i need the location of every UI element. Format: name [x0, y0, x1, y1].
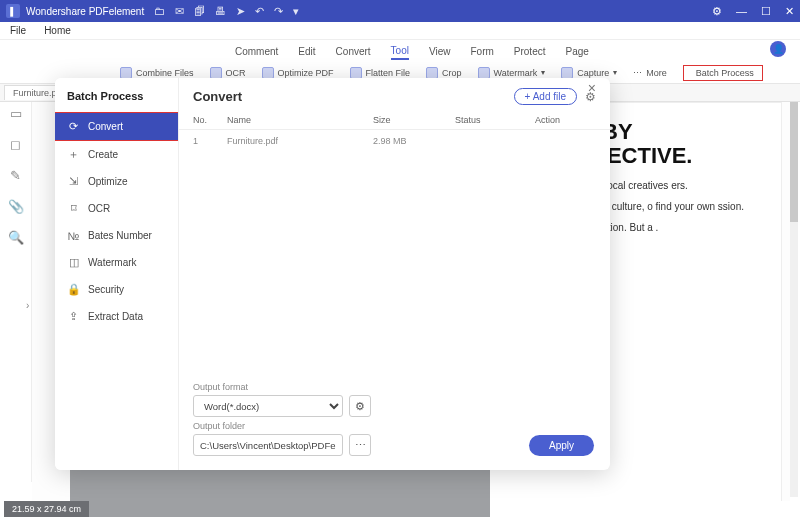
create-icon: ＋: [67, 148, 80, 161]
bates-number-icon: №: [67, 229, 80, 242]
mail-icon[interactable]: 🗐: [194, 5, 205, 18]
extract-data-icon: ⇪: [67, 310, 80, 323]
flatten-icon: [350, 67, 362, 79]
col-name: Name: [227, 115, 373, 125]
tab-edit[interactable]: Edit: [298, 44, 315, 59]
chevron-down-icon: ▾: [541, 68, 545, 77]
undo-icon[interactable]: ↶: [255, 5, 264, 18]
col-action: Action: [535, 115, 595, 125]
quick-access-toolbar: 🗀 ✉ 🗐 🖶 ➤ ↶ ↷ ▾: [154, 5, 299, 18]
user-avatar-icon[interactable]: 👤: [770, 41, 786, 57]
sidebar-item-ocr[interactable]: ⌑OCR: [55, 195, 178, 222]
col-no: No.: [193, 115, 227, 125]
ocr-icon: [210, 67, 222, 79]
attachments-icon[interactable]: 📎: [8, 199, 24, 214]
col-size: Size: [373, 115, 455, 125]
menu-file[interactable]: File: [10, 25, 26, 36]
table-row[interactable]: 1Furniture.pdf2.98 MB: [179, 130, 610, 152]
ocr-icon: ⌑: [67, 202, 80, 215]
menubar: File Home: [0, 22, 800, 40]
dialog-panel-title: Convert: [193, 89, 242, 104]
tool-watermark[interactable]: Watermark▾: [478, 67, 546, 79]
expand-sidebar-icon[interactable]: ›: [26, 300, 29, 311]
tool-crop[interactable]: Crop: [426, 67, 462, 79]
redo-icon[interactable]: ↷: [274, 5, 283, 18]
print-icon[interactable]: 🖶: [215, 5, 226, 18]
close-button[interactable]: ✕: [785, 5, 794, 18]
qat-dropdown-icon[interactable]: ▾: [293, 5, 299, 18]
search-icon[interactable]: 🔍: [8, 230, 24, 245]
scrollbar-thumb[interactable]: [790, 102, 798, 222]
menu-home[interactable]: Home: [44, 25, 71, 36]
vertical-scrollbar[interactable]: [790, 102, 798, 497]
tool-more[interactable]: ⋯More: [633, 68, 667, 78]
sidebar-item-extract-data[interactable]: ⇪Extract Data: [55, 303, 178, 330]
dialog-sidebar: Batch Process ⟳Convert＋Create⇲Optimize⌑O…: [55, 78, 179, 470]
dialog-title: Batch Process: [55, 86, 178, 112]
sidebar-item-bates-number[interactable]: №Bates Number: [55, 222, 178, 249]
tool-capture[interactable]: Capture▾: [561, 67, 617, 79]
annotations-icon[interactable]: ✎: [10, 168, 21, 183]
tab-convert[interactable]: Convert: [336, 44, 371, 59]
settings-icon[interactable]: ⚙: [712, 5, 722, 18]
document-body-text: D BYLLECTIVE. meet local creatives ers. …: [580, 120, 795, 264]
sidebar-item-label: Create: [88, 149, 118, 160]
sidebar-item-label: Convert: [88, 121, 123, 132]
maximize-button[interactable]: ☐: [761, 5, 771, 18]
open-icon[interactable]: 🗀: [154, 5, 165, 18]
dialog-main: Convert + Add file ⚙ No. Name Size Statu…: [179, 78, 610, 470]
apply-button[interactable]: Apply: [529, 435, 594, 456]
tab-view[interactable]: View: [429, 44, 451, 59]
more-icon: ⋯: [633, 68, 642, 78]
sidebar-item-label: Optimize: [88, 176, 127, 187]
titlebar: ▌ Wondershare PDFelement 🗀 ✉ 🗐 🖶 ➤ ↶ ↷ ▾…: [0, 0, 800, 22]
settings-cog-icon[interactable]: ⚙: [585, 90, 596, 104]
app-logo-icon: ▌: [6, 4, 20, 18]
file-table-header: No. Name Size Status Action: [179, 111, 610, 130]
minimize-button[interactable]: ―: [736, 5, 747, 18]
output-format-label: Output format: [193, 382, 596, 392]
sidebar-item-security[interactable]: 🔒Security: [55, 276, 178, 303]
sidebar-item-label: Bates Number: [88, 230, 152, 241]
sidebar-item-watermark[interactable]: ◫Watermark: [55, 249, 178, 276]
output-folder-input[interactable]: [193, 434, 343, 456]
col-status: Status: [455, 115, 535, 125]
tab-page[interactable]: Page: [566, 44, 589, 59]
output-format-select[interactable]: Word(*.docx): [193, 395, 343, 417]
batch-process-dialog: × Batch Process ⟳Convert＋Create⇲Optimize…: [55, 78, 610, 470]
save-icon[interactable]: ✉: [175, 5, 184, 18]
crop-icon: [426, 67, 438, 79]
tab-form[interactable]: Form: [470, 44, 493, 59]
watermark-icon: [478, 67, 490, 79]
tool-batch-process[interactable]: Batch Process: [683, 65, 763, 81]
browse-folder-button[interactable]: ⋯: [349, 434, 371, 456]
security-icon: 🔒: [67, 283, 80, 296]
output-folder-label: Output folder: [193, 421, 596, 431]
tab-comment[interactable]: Comment: [235, 44, 278, 59]
app-title: Wondershare PDFelement: [26, 6, 144, 17]
tool-ocr[interactable]: OCR: [210, 67, 246, 79]
combine-icon: [120, 67, 132, 79]
ribbon-tabs: Comment Edit Convert Tool View Form Prot…: [0, 40, 800, 62]
capture-icon: [561, 67, 573, 79]
watermark-icon: ◫: [67, 256, 80, 269]
thumbnails-icon[interactable]: ▭: [10, 106, 22, 121]
tool-optimize[interactable]: Optimize PDF: [262, 67, 334, 79]
status-page-dimensions: 21.59 x 27.94 cm: [4, 501, 89, 517]
sidebar-item-convert[interactable]: ⟳Convert: [55, 112, 178, 141]
bookmarks-icon[interactable]: ◻: [10, 137, 21, 152]
tool-combine[interactable]: Combine Files: [120, 67, 194, 79]
sidebar-item-create[interactable]: ＋Create: [55, 141, 178, 168]
tab-tool[interactable]: Tool: [391, 43, 409, 60]
optimize-icon: [262, 67, 274, 79]
share-icon[interactable]: ➤: [236, 5, 245, 18]
sidebar-item-label: Extract Data: [88, 311, 143, 322]
tool-flatten[interactable]: Flatten File: [350, 67, 411, 79]
format-settings-button[interactable]: ⚙: [349, 395, 371, 417]
add-file-button[interactable]: + Add file: [514, 88, 577, 105]
sidebar-item-label: Watermark: [88, 257, 137, 268]
chevron-down-icon: ▾: [613, 68, 617, 77]
tab-protect[interactable]: Protect: [514, 44, 546, 59]
left-sidebar: ▭ ◻ ✎ 📎 🔍: [0, 102, 32, 482]
sidebar-item-optimize[interactable]: ⇲Optimize: [55, 168, 178, 195]
